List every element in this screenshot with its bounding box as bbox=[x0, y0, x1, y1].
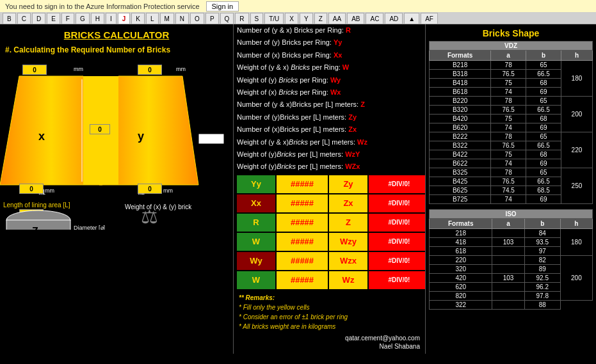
label-wz2: Wz bbox=[329, 271, 367, 289]
calculator-title: BRICKS CALCULATOR bbox=[0, 24, 233, 43]
cell-format: 320 bbox=[430, 265, 492, 274]
cell-a: 74.5 bbox=[491, 186, 526, 195]
tab-m[interactable]: M bbox=[160, 13, 174, 24]
a2-input[interactable] bbox=[138, 184, 162, 194]
cell-format: B322 bbox=[430, 141, 491, 150]
tab-j[interactable]: J bbox=[118, 13, 131, 24]
cell-format: B222 bbox=[430, 132, 491, 141]
cell-a: 76.5 bbox=[491, 106, 526, 115]
cell-b: 97 bbox=[524, 247, 560, 256]
table-row: 32288 bbox=[430, 301, 593, 310]
cell-format: 618 bbox=[430, 247, 492, 256]
footer-author: Nael Shabana bbox=[234, 343, 425, 350]
label-wy: Wy bbox=[237, 252, 275, 270]
b2-input[interactable] bbox=[138, 65, 162, 75]
tab-b[interactable]: B bbox=[3, 13, 16, 24]
result-grid: Yy ##### Zy #DIV/0! Xx ##### Zx #DIV/0! … bbox=[234, 173, 425, 291]
tab-aa[interactable]: AA bbox=[328, 13, 346, 24]
cell-h: 200 bbox=[560, 256, 592, 301]
a1-input[interactable] bbox=[19, 184, 44, 194]
cell-h: 250 bbox=[561, 168, 592, 204]
svg-text:x: x bbox=[38, 130, 45, 143]
label-xx: Xx bbox=[237, 194, 275, 212]
calculator-subtitle: #. Calculating the Required Number of Br… bbox=[0, 43, 233, 57]
cell-format: B320 bbox=[430, 106, 491, 115]
tab-▲[interactable]: ▲ bbox=[404, 13, 419, 24]
cell-format: B620 bbox=[430, 123, 491, 132]
cell-format: B420 bbox=[430, 115, 491, 123]
cell-a bbox=[492, 247, 524, 256]
tab-y[interactable]: Y bbox=[300, 13, 313, 24]
var-wy: Wy bbox=[330, 76, 341, 84]
tab-d[interactable]: D bbox=[32, 13, 45, 24]
cell-a: 76.5 bbox=[491, 177, 526, 186]
tab-ac[interactable]: AC bbox=[366, 13, 383, 24]
svg-text:Length of lining area [L]: Length of lining area [L] bbox=[3, 202, 70, 209]
cell-b: 89 bbox=[524, 265, 560, 274]
tab-c[interactable]: C bbox=[17, 13, 31, 24]
label-wz: W bbox=[237, 271, 275, 289]
cell-format: B422 bbox=[430, 150, 491, 159]
cell-h: 180 bbox=[561, 61, 592, 97]
tab-z[interactable]: Z bbox=[314, 13, 327, 24]
tabs-row: BCDEFGHIJKLMNOPQRST/UXYZAAABACAD▲AF bbox=[0, 13, 596, 24]
cell-format: 820 bbox=[430, 292, 492, 301]
tab-f[interactable]: F bbox=[61, 13, 74, 24]
label-wzy: Wzy bbox=[329, 233, 367, 251]
cell-a: 74 bbox=[491, 195, 526, 204]
cell-b: 66.5 bbox=[526, 177, 561, 186]
table-row: 22082200 bbox=[430, 256, 593, 265]
cell-a bbox=[492, 283, 524, 292]
cell-b: 69 bbox=[526, 195, 561, 204]
tab-h[interactable]: H bbox=[91, 13, 104, 24]
sign-in-button[interactable]: Sign in bbox=[206, 1, 239, 12]
tab-q[interactable]: Q bbox=[220, 13, 234, 24]
tab-x[interactable]: X bbox=[285, 13, 298, 24]
cell-b: 84 bbox=[524, 229, 560, 238]
cell-format: B622 bbox=[430, 159, 491, 168]
cell-b: 68 bbox=[526, 150, 561, 159]
shape-table-container: VDZ Formats a b h B2187865180B31876.566.… bbox=[426, 41, 596, 310]
tab-k[interactable]: K bbox=[131, 13, 145, 24]
tab-af[interactable]: AF bbox=[421, 13, 438, 24]
svg-text:Diameter [⌀]: Diameter [⌀] bbox=[74, 225, 105, 230]
tab-g[interactable]: G bbox=[76, 13, 90, 24]
var-r: R bbox=[346, 26, 351, 34]
cell-b: 65 bbox=[526, 168, 561, 177]
b1-input[interactable] bbox=[22, 65, 47, 75]
tab-o[interactable]: O bbox=[190, 13, 204, 24]
label-yy: Yy bbox=[237, 175, 275, 193]
cell-a: 78 bbox=[491, 97, 526, 106]
iso-col-a: a bbox=[492, 219, 524, 229]
var-wzy: WzY bbox=[345, 150, 360, 158]
tab-n[interactable]: N bbox=[175, 13, 189, 24]
tab-t-u[interactable]: T/U bbox=[264, 13, 284, 24]
tab-r[interactable]: R bbox=[235, 13, 248, 24]
col-h: h bbox=[561, 51, 592, 61]
var-yy: Yy bbox=[334, 38, 342, 46]
svg-rect-18 bbox=[198, 134, 224, 144]
svg-text:⚖: ⚖ bbox=[141, 206, 158, 227]
row-z: Number of (y & x)Bricks per [L] meters: … bbox=[234, 99, 425, 111]
table-row: B3257865250 bbox=[430, 168, 593, 177]
tab-s[interactable]: S bbox=[250, 13, 264, 24]
cell-b: 97.8 bbox=[524, 292, 560, 301]
cell-format: 620 bbox=[430, 283, 492, 292]
cell-b: 65 bbox=[526, 132, 561, 141]
brick-diagram: h b1 b2 mm mm x y a1 a2 bbox=[0, 57, 233, 230]
tab-p[interactable]: P bbox=[205, 13, 219, 24]
cell-b: 68.5 bbox=[526, 186, 561, 195]
remarks-box: ** Remarks: * Fill only the yellow cells… bbox=[234, 291, 425, 333]
row-zy: Number of (y)Bricks per [L] meters: Zy bbox=[234, 111, 425, 123]
cell-a: 75 bbox=[491, 79, 526, 88]
cell-a: 76.5 bbox=[491, 141, 526, 150]
tab-l[interactable]: L bbox=[146, 13, 159, 24]
tab-i[interactable]: I bbox=[106, 13, 117, 24]
tab-ad[interactable]: AD bbox=[385, 13, 403, 24]
tab-ab[interactable]: AB bbox=[347, 13, 364, 24]
tab-e[interactable]: E bbox=[47, 13, 60, 24]
cell-format: 420 bbox=[430, 274, 492, 283]
cell-format: B218 bbox=[430, 61, 491, 70]
h-input[interactable] bbox=[90, 124, 110, 134]
cell-a: 103 bbox=[492, 274, 524, 283]
